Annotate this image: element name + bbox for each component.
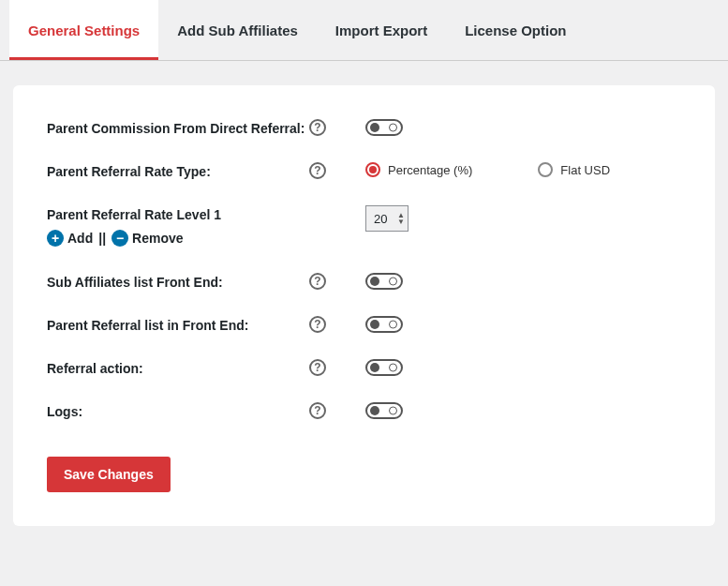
tab-general-settings[interactable]: General Settings — [9, 0, 158, 60]
help-icon[interactable]: ? — [309, 316, 326, 333]
label-referral-action: Referral action: — [47, 359, 309, 376]
remove-level-link[interactable]: Remove — [132, 231, 183, 246]
tab-license-option[interactable]: License Option — [446, 0, 585, 60]
row-parent-list: Parent Referral list in Front End: ? — [47, 316, 681, 333]
label-sub-list: Sub Affiliates list Front End: — [47, 273, 309, 290]
label-rate-level-1: Parent Referral Rate Level 1 + Add || − … — [47, 205, 309, 247]
label-parent-list: Parent Referral list in Front End: — [47, 316, 309, 333]
row-logs: Logs: ? — [47, 402, 681, 419]
help-icon[interactable]: ? — [309, 359, 326, 376]
toggle-referral-action[interactable] — [365, 359, 403, 376]
row-referral-action: Referral action: ? — [47, 359, 681, 376]
radio-percentage[interactable]: Percentage (%) — [365, 162, 472, 177]
rate-level-1-value: 20 — [374, 212, 387, 226]
radio-flat[interactable]: Flat USD — [538, 162, 610, 177]
settings-panel: Parent Commission From Direct Referral: … — [13, 85, 715, 526]
add-level-icon[interactable]: + — [47, 230, 64, 247]
radio-percentage-label: Percentage (%) — [388, 163, 472, 177]
toggle-sub-list[interactable] — [365, 273, 403, 290]
toggle-logs[interactable] — [365, 402, 403, 419]
help-icon[interactable]: ? — [309, 162, 326, 179]
row-sub-list: Sub Affiliates list Front End: ? — [47, 273, 681, 290]
label-parent-commission: Parent Commission From Direct Referral: — [47, 119, 309, 136]
row-parent-commission: Parent Commission From Direct Referral: … — [47, 119, 681, 136]
label-rate-type: Parent Referral Rate Type: — [47, 162, 309, 179]
tab-add-sub-affiliates[interactable]: Add Sub Affiliates — [158, 0, 317, 60]
help-icon[interactable]: ? — [309, 273, 326, 290]
label-rate-level-1-text: Parent Referral Rate Level 1 — [47, 207, 221, 222]
radio-circle-icon — [538, 162, 553, 177]
radio-circle-icon — [365, 162, 380, 177]
label-logs: Logs: — [47, 402, 309, 419]
separator: || — [98, 231, 106, 246]
row-rate-type: Parent Referral Rate Type: ? Percentage … — [47, 162, 681, 179]
rate-type-radio-group: Percentage (%) Flat USD — [365, 162, 610, 177]
toggle-parent-commission[interactable] — [365, 119, 403, 136]
add-remove-controls: + Add || − Remove — [47, 230, 309, 247]
number-spinner-icon[interactable]: ▲▼ — [397, 213, 405, 225]
help-icon[interactable]: ? — [309, 402, 326, 419]
remove-level-icon[interactable]: − — [111, 230, 128, 247]
tab-import-export[interactable]: Import Export — [317, 0, 446, 60]
tabs-bar: General Settings Add Sub Affiliates Impo… — [0, 0, 728, 61]
add-level-link[interactable]: Add — [67, 231, 93, 246]
help-icon[interactable]: ? — [309, 119, 326, 136]
row-rate-level-1: Parent Referral Rate Level 1 + Add || − … — [47, 205, 681, 247]
radio-flat-label: Flat USD — [560, 163, 610, 177]
save-changes-button[interactable]: Save Changes — [47, 457, 171, 492]
toggle-parent-list[interactable] — [365, 316, 403, 333]
rate-level-1-input[interactable]: 20 ▲▼ — [365, 205, 409, 232]
